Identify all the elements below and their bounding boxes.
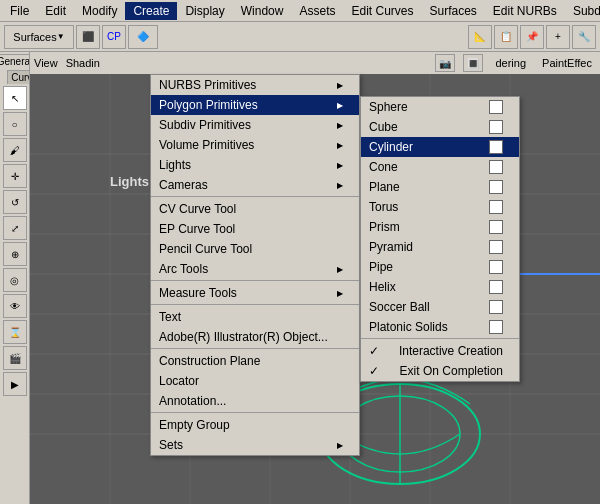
menu-cv-curve-tool[interactable]: CV Curve Tool xyxy=(151,199,359,219)
option-box-pyramid[interactable] xyxy=(489,240,503,254)
toolbar-dropdown[interactable]: Surfaces ▼ xyxy=(4,25,74,49)
menu-edit[interactable]: Edit xyxy=(37,2,74,20)
polygon-primitives-submenu: Sphere Cube Cylinder Cone xyxy=(360,96,520,382)
menu-edit-nurbs[interactable]: Edit NURBs xyxy=(485,2,565,20)
menu-annotation[interactable]: Annotation... xyxy=(151,391,359,413)
menu-arc-tools[interactable]: Arc Tools ▶ xyxy=(151,259,359,281)
toolbar-icon-3[interactable]: 📌 xyxy=(520,25,544,49)
tool-ipr[interactable]: ▶ xyxy=(3,372,27,396)
menu-subdiv[interactable]: Subdiv S xyxy=(565,2,600,20)
menu-pipe[interactable]: Pipe xyxy=(361,257,519,277)
arrow-icon: ▶ xyxy=(337,265,343,274)
menu-surfaces[interactable]: Surfaces xyxy=(422,2,485,20)
menu-ep-curve-tool[interactable]: EP Curve Tool xyxy=(151,219,359,239)
toolbar-icon-1[interactable]: 📐 xyxy=(468,25,492,49)
menu-prism[interactable]: Prism xyxy=(361,217,519,237)
menu-soccer-ball[interactable]: Soccer Ball xyxy=(361,297,519,317)
option-box-platonic-solids[interactable] xyxy=(489,320,503,334)
menu-subdiv-primitives[interactable]: Subdiv Primitives ▶ xyxy=(151,115,359,135)
menu-cube[interactable]: Cube xyxy=(361,117,519,137)
option-box-soccer-ball[interactable] xyxy=(489,300,503,314)
menu-assets[interactable]: Assets xyxy=(291,2,343,20)
option-box-sphere[interactable] xyxy=(489,100,503,114)
arrow-icon: ▶ xyxy=(337,81,343,90)
option-box-prism[interactable] xyxy=(489,220,503,234)
arrow-icon: ▶ xyxy=(337,141,343,150)
menu-torus[interactable]: Torus xyxy=(361,197,519,217)
menu-empty-group[interactable]: Empty Group xyxy=(151,415,359,435)
menu-window[interactable]: Window xyxy=(233,2,292,20)
tab-general[interactable]: General xyxy=(0,54,30,69)
viewport-view[interactable]: View xyxy=(34,57,58,69)
viewport-btn-1[interactable]: 📷 xyxy=(435,54,455,72)
menu-platonic-solids[interactable]: Platonic Solids xyxy=(361,317,519,339)
viewport-shading[interactable]: Shadin xyxy=(66,57,100,69)
arrow-icon: ▶ xyxy=(337,181,343,190)
option-box-cube[interactable] xyxy=(489,120,503,134)
tool-scale[interactable]: ⤢ xyxy=(3,216,27,240)
arrow-icon: ▶ xyxy=(337,441,343,450)
check-icon: ✓ xyxy=(369,364,379,378)
menu-modify[interactable]: Modify xyxy=(74,2,125,20)
option-box-pipe[interactable] xyxy=(489,260,503,274)
menu-cameras[interactable]: Cameras ▶ xyxy=(151,175,359,197)
toolbar: Surfaces ▼ ⬛ CP 🔷 📐 📋 📌 + 🔧 xyxy=(0,22,600,52)
menu-lights[interactable]: Lights ▶ xyxy=(151,155,359,175)
option-box-cylinder[interactable] xyxy=(489,140,503,154)
menu-measure-tools[interactable]: Measure Tools ▶ xyxy=(151,283,359,305)
toolbar-icon-2[interactable]: 📋 xyxy=(494,25,518,49)
option-box-plane[interactable] xyxy=(489,180,503,194)
tool-rotate[interactable]: ↺ xyxy=(3,190,27,214)
menu-pencil-curve-tool[interactable]: Pencil Curve Tool xyxy=(151,239,359,259)
create-menu: NURBS Primitives ▶ Polygon Primitives ▶ … xyxy=(150,74,360,456)
menu-volume-primitives[interactable]: Volume Primitives ▶ xyxy=(151,135,359,155)
tool-paint[interactable]: 🖌 xyxy=(3,138,27,162)
toolbar-btn-3d[interactable]: 🔷 xyxy=(128,25,158,49)
menu-nurbs-primitives[interactable]: NURBS Primitives ▶ xyxy=(151,75,359,95)
menu-exit-on-completion[interactable]: ✓ Exit On Completion xyxy=(361,361,519,381)
tool-select[interactable]: ↖ xyxy=(3,86,27,110)
menu-helix[interactable]: Helix xyxy=(361,277,519,297)
menu-file[interactable]: File xyxy=(2,2,37,20)
toolbar-btn-1[interactable]: ⬛ xyxy=(76,25,100,49)
tool-render[interactable]: 🎬 xyxy=(3,346,27,370)
left-toolbox: General Curv ↖ ○ 🖌 ✛ ↺ ⤢ ⊕ ◎ 👁 ⌛ 🎬 ▶ xyxy=(0,52,30,504)
toolbar-btn-cp[interactable]: CP xyxy=(102,25,126,49)
toolbar-icon-5[interactable]: 🔧 xyxy=(572,25,596,49)
tab-curv[interactable]: Curv xyxy=(7,70,30,84)
menu-cylinder[interactable]: Cylinder xyxy=(361,137,519,157)
arrow-icon: ▶ xyxy=(337,121,343,130)
menu-illustrator[interactable]: Adobe(R) Illustrator(R) Object... xyxy=(151,327,359,349)
tool-lasso[interactable]: ○ xyxy=(3,112,27,136)
option-box-torus[interactable] xyxy=(489,200,503,214)
viewport-btn-2[interactable]: 🔳 xyxy=(463,54,483,72)
menu-sphere[interactable]: Sphere xyxy=(361,97,519,117)
viewport-header: View Shadin 📷 🔳 dering PaintEffec xyxy=(30,52,600,74)
menu-sets[interactable]: Sets ▶ xyxy=(151,435,359,455)
menu-edit-curves[interactable]: Edit Curves xyxy=(343,2,421,20)
menu-text[interactable]: Text xyxy=(151,307,359,327)
option-box-cone[interactable] xyxy=(489,160,503,174)
menu-pyramid[interactable]: Pyramid xyxy=(361,237,519,257)
menu-polygon-primitives[interactable]: Polygon Primitives ▶ xyxy=(151,95,359,115)
menu-display[interactable]: Display xyxy=(177,2,232,20)
tool-history[interactable]: ⌛ xyxy=(3,320,27,344)
menu-construction-plane[interactable]: Construction Plane xyxy=(151,351,359,371)
viewport-tab-paint[interactable]: PaintEffec xyxy=(538,57,596,69)
menu-plane[interactable]: Plane xyxy=(361,177,519,197)
tool-show[interactable]: 👁 xyxy=(3,294,27,318)
toolbar-icon-4[interactable]: + xyxy=(546,25,570,49)
tool-universal[interactable]: ⊕ xyxy=(3,242,27,266)
menu-cone[interactable]: Cone xyxy=(361,157,519,177)
menu-interactive-creation[interactable]: ✓ Interactive Creation xyxy=(361,341,519,361)
arrow-icon: ▶ xyxy=(337,289,343,298)
menu-create[interactable]: Create xyxy=(125,2,177,20)
tool-move[interactable]: ✛ xyxy=(3,164,27,188)
main-layout: General Curv ↖ ○ 🖌 ✛ ↺ ⤢ ⊕ ◎ 👁 ⌛ 🎬 ▶ Vie… xyxy=(0,52,600,504)
viewport-tab-render[interactable]: dering xyxy=(491,57,530,69)
option-box-helix[interactable] xyxy=(489,280,503,294)
tool-soft[interactable]: ◎ xyxy=(3,268,27,292)
arrow-icon: ▶ xyxy=(337,161,343,170)
menu-locator[interactable]: Locator xyxy=(151,371,359,391)
arrow-icon: ▶ xyxy=(337,101,343,110)
